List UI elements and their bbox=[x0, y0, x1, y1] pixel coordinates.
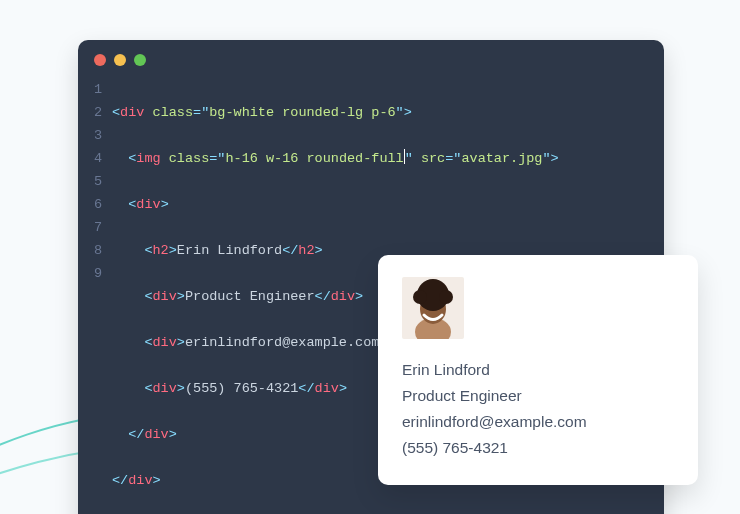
card-title: Product Engineer bbox=[402, 383, 674, 409]
line-number-gutter: 1 2 3 4 5 6 7 8 9 bbox=[78, 78, 112, 514]
svg-point-4 bbox=[413, 290, 427, 304]
line-number: 4 bbox=[78, 147, 102, 170]
line-number: 3 bbox=[78, 124, 102, 147]
card-phone: (555) 765-4321 bbox=[402, 435, 674, 461]
line-number: 9 bbox=[78, 262, 102, 285]
line-number: 1 bbox=[78, 78, 102, 101]
code-line: <img class="h-16 w-16 rounded-full" src=… bbox=[112, 147, 664, 170]
avatar bbox=[402, 277, 464, 339]
code-line: <div class="bg-white rounded-lg p-6"> bbox=[112, 101, 664, 124]
svg-point-5 bbox=[439, 290, 453, 304]
zoom-icon[interactable] bbox=[134, 54, 146, 66]
minimize-icon[interactable] bbox=[114, 54, 126, 66]
profile-card: Erin Lindford Product Engineer erinlindf… bbox=[378, 255, 698, 485]
line-number: 2 bbox=[78, 101, 102, 124]
line-number: 7 bbox=[78, 216, 102, 239]
line-number: 6 bbox=[78, 193, 102, 216]
card-name: Erin Lindford bbox=[402, 357, 674, 383]
line-number: 5 bbox=[78, 170, 102, 193]
card-email: erinlindford@example.com bbox=[402, 409, 674, 435]
close-icon[interactable] bbox=[94, 54, 106, 66]
code-line: <div> bbox=[112, 193, 664, 216]
line-number: 8 bbox=[78, 239, 102, 262]
window-controls bbox=[78, 40, 664, 74]
